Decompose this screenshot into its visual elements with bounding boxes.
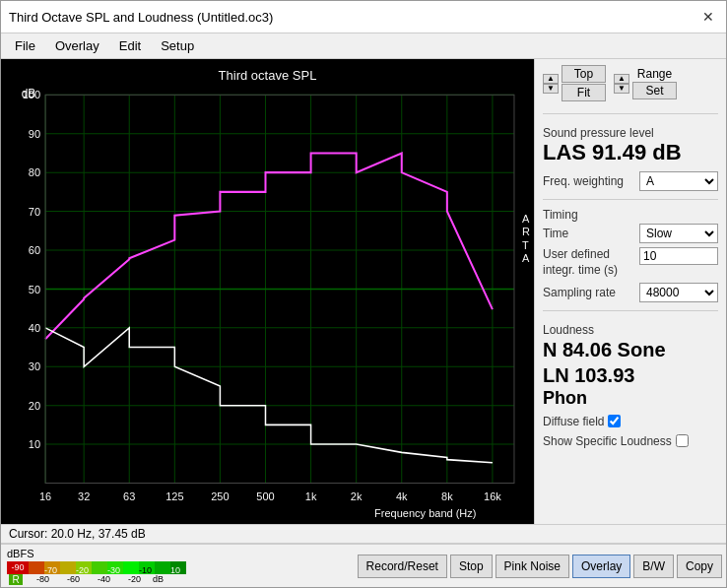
svg-text:100: 100 [23,89,40,100]
freq-weighting-select[interactable]: A B C Z [639,171,718,191]
phon-label: Phon [543,388,718,409]
divider-1 [543,113,718,114]
right-panel: ▲ ▼ Top Fit ▲ ▼ Range Set [534,59,726,524]
status-bar: Cursor: 20.0 Hz, 37.45 dB [1,524,726,544]
copy-button[interactable]: Copy [677,555,722,578]
segment-dark-green: 10 [170,561,186,574]
svg-text:50: 50 [29,283,40,294]
spl-section: Sound pressure level LAS 91.49 dB [543,122,718,165]
svg-text:4k: 4k [396,490,408,502]
show-specific-checkbox[interactable] [676,434,689,447]
diffuse-field-label: Diffuse field [543,415,604,428]
svg-text:10: 10 [29,438,40,450]
tick-80: -80 [36,574,49,584]
svg-text:250: 250 [211,490,229,502]
svg-text:40: 40 [29,322,40,334]
user-defined-input[interactable] [639,247,718,265]
freq-weighting-row: Freq. weighting A B C Z [543,171,718,191]
svg-text:8k: 8k [441,490,453,502]
diffuse-field-row: Diffuse field [543,415,718,428]
user-defined-row: User definedintegr. time (s) [543,247,718,278]
segment-green [92,561,107,574]
title-bar: Third Octave SPL and Loudness (Untitled.… [1,1,726,33]
segment-yellow-green [60,561,76,574]
timing-label: Timing [543,208,718,222]
sampling-rate-row: Sampling rate 44100 48000 96000 [543,283,718,302]
svg-text:60: 60 [29,244,40,256]
tick-20: -20 [128,574,141,584]
user-defined-label: User definedintegr. time (s) [543,247,618,278]
svg-text:16k: 16k [484,490,501,502]
time-label: Time [543,227,568,240]
dbfs-label: dBFS [7,548,348,559]
n-value: N 84.06 Sone [543,337,718,362]
close-button[interactable]: ✕ [698,7,718,27]
segment-red: -90 [7,561,29,574]
range-spinner[interactable]: ▲ ▼ [614,74,629,94]
svg-text:32: 32 [78,490,90,502]
svg-text:500: 500 [256,490,274,502]
time-row: Time Fast Slow Impulse [543,224,718,243]
top-up-btn[interactable]: ▲ [543,74,559,84]
loudness-section: Loudness N 84.06 Sone LN 103.93 Phon [543,319,718,409]
segment-light-green: -20 [76,561,92,574]
spl-value: LAS 91.49 dB [543,140,718,165]
segment-dark-orange [29,561,44,574]
svg-text:2k: 2k [351,490,363,502]
top-spinner[interactable]: ▲ ▼ [543,74,559,94]
indicator-r: R [9,574,23,585]
range-label: Range [637,67,672,81]
svg-text:90: 90 [29,128,40,140]
stop-button[interactable]: Stop [450,555,493,578]
top-button[interactable]: Top [562,65,606,83]
time-select[interactable]: Fast Slow Impulse [639,224,718,243]
range-down-btn[interactable]: ▼ [614,84,629,94]
svg-text:Frequency band (Hz): Frequency band (Hz) [374,507,477,519]
svg-text:30: 30 [29,360,40,372]
divider-3 [543,310,718,311]
menu-setup[interactable]: Setup [151,35,204,56]
svg-text:70: 70 [29,206,40,218]
top-down-btn[interactable]: ▼ [543,84,559,94]
window-title: Third Octave SPL and Loudness (Untitled.… [9,10,273,25]
main-window: Third Octave SPL and Loudness (Untitled.… [0,0,727,588]
record-reset-button[interactable]: Record/Reset [358,555,447,578]
menu-overlay[interactable]: Overlay [45,35,109,56]
sampling-rate-select[interactable]: 44100 48000 96000 [639,283,718,302]
bottom-bar: dBFS -90 -70 -20 -30 [1,544,726,587]
set-button[interactable]: Set [632,82,677,99]
range-up-btn[interactable]: ▲ [614,74,629,84]
menu-edit[interactable]: Edit [109,35,151,56]
svg-text:80: 80 [29,166,40,178]
bottom-buttons: Record/Reset Stop Pink Noise Overlay B/W… [354,545,726,587]
freq-weighting-label: Freq. weighting [543,174,624,188]
svg-text:1k: 1k [305,490,317,502]
sampling-rate-label: Sampling rate [543,286,616,299]
pink-noise-button[interactable]: Pink Noise [496,555,569,578]
svg-text:125: 125 [165,490,183,502]
tick-60: -60 [67,574,80,584]
top-range-controls: ▲ ▼ Top Fit ▲ ▼ Range Set [543,65,718,101]
timing-section: Timing Time Fast Slow Impulse User defin… [543,208,718,301]
fit-button[interactable]: Fit [562,84,606,101]
tick-40: -40 [98,574,110,584]
menu-bar: File Overlay Edit Setup [1,33,726,59]
meter-ticks: R -80 -60 -40 -20 dB [7,574,348,585]
overlay-button[interactable]: Overlay [572,555,630,578]
segment-bright-green: -30 [107,561,123,574]
spl-label: Sound pressure level [543,126,718,140]
meter-row: -90 -70 -20 -30 -10 [7,561,348,574]
segment-lime2: -10 [139,561,155,574]
menu-file[interactable]: File [5,35,45,56]
svg-text:Third octave SPL: Third octave SPL [219,68,317,83]
svg-text:A: A [522,213,530,225]
diffuse-field-checkbox[interactable] [608,415,621,427]
segment-orange: -70 [44,561,60,574]
bw-button[interactable]: B/W [633,555,674,578]
segment-lime [123,561,139,574]
loudness-label: Loudness [543,323,718,337]
divider-2 [543,199,718,200]
svg-text:R: R [522,226,530,237]
ln-value: LN 103.93 [543,362,718,388]
chart-svg: Third octave SPL dB A R T A [1,59,534,524]
